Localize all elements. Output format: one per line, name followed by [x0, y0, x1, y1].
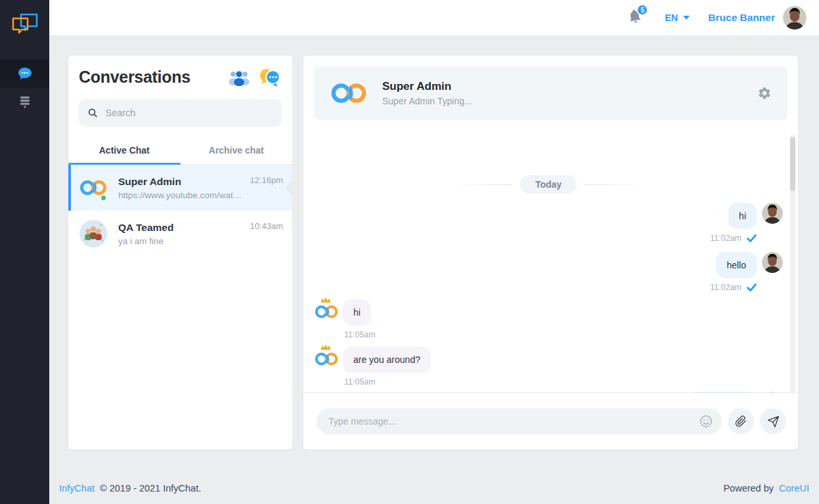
chat-header: Super Admin Super Admin Typing...	[314, 66, 787, 120]
message-time: 11:05am	[344, 330, 376, 339]
top-header: 5 EN Bruce Banner	[49, 0, 819, 36]
chat-name: Super Admin	[118, 176, 244, 188]
language-selector[interactable]: EN	[665, 12, 690, 23]
group-users-icon[interactable]	[227, 69, 251, 86]
tab-active-chat[interactable]: Active Chat	[68, 138, 181, 164]
date-divider-label: Today	[520, 175, 577, 194]
sidebar-nav	[0, 59, 49, 117]
footer-brand-link[interactable]: InfyChat	[59, 483, 95, 494]
infinity-logo-icon	[314, 350, 339, 368]
chat-list: Super Admin https://www.youtube.com/watc…	[68, 165, 292, 257]
read-check-icon	[747, 234, 757, 242]
message-meta: 11:05am	[344, 377, 783, 387]
message-input[interactable]	[317, 408, 722, 434]
my-avatar	[762, 203, 783, 224]
chat-bubble-icon	[17, 66, 33, 81]
footer-powered-by: Powered by	[723, 483, 774, 494]
chat-tabs: Active Chat Archive chat	[68, 138, 292, 165]
message-row: hi	[314, 299, 783, 326]
message-row: hi	[314, 203, 783, 229]
message-row: hello	[314, 252, 783, 278]
chat-partner-avatar	[330, 81, 368, 106]
new-chat-icon[interactable]	[258, 67, 282, 87]
conversations-header: Conversations	[68, 56, 292, 87]
app-footer: InfyChat © 2019 - 2021 InfyChat. Powered…	[49, 472, 819, 504]
conversations-panel: Conversations	[68, 56, 292, 450]
message-meta: 11:02am	[314, 234, 757, 243]
attach-file-button[interactable]	[728, 408, 754, 434]
send-message-button[interactable]	[760, 408, 786, 434]
app-sidebar	[0, 0, 49, 504]
app-logo[interactable]	[0, 0, 49, 45]
chat-time: 10:43am	[250, 221, 283, 231]
message-bubble: hello	[716, 252, 757, 278]
search-box	[79, 99, 282, 127]
message-meta: 11:02am	[314, 283, 757, 292]
team-avatar-icon	[79, 220, 107, 247]
infinity-logo-icon	[314, 303, 339, 320]
infychat-logo-icon	[10, 10, 40, 35]
notifications-button[interactable]: 5	[627, 9, 642, 27]
infinity-logo-icon	[330, 81, 368, 106]
sidebar-item-chats[interactable]	[0, 59, 49, 88]
language-label: EN	[665, 12, 678, 23]
chat-list-item-qa-teamed[interactable]: QA Teamed ya i am fine 10:43am	[68, 211, 292, 257]
chevron-down-icon	[683, 16, 690, 20]
message-input-wrap	[317, 408, 722, 434]
chat-preview: https://www.youtube.com/watc...	[118, 190, 244, 200]
message-time: 11:02am	[710, 234, 742, 243]
user-avatar[interactable]	[783, 6, 807, 30]
avatar-photo	[783, 6, 807, 30]
conversations-actions	[227, 67, 282, 87]
threads-icon	[18, 95, 32, 110]
notification-badge: 5	[636, 4, 648, 16]
message-bubble: are you around?	[343, 346, 431, 373]
chat-preview: ya i am fine	[118, 236, 244, 246]
typing-status: Super Admin Typing...	[382, 96, 757, 106]
chat-panel: Super Admin Super Admin Typing... Today …	[303, 56, 798, 450]
chat-list-item-super-admin[interactable]: Super Admin https://www.youtube.com/watc…	[68, 165, 292, 211]
message-meta: 11:05am	[344, 330, 783, 339]
search-icon	[88, 108, 97, 118]
smiley-icon	[699, 415, 713, 428]
message-bubble: hi	[343, 299, 371, 326]
online-status-dot	[100, 194, 107, 201]
chat-settings-button[interactable]	[757, 86, 772, 100]
send-icon	[767, 415, 780, 428]
selected-chat-arrow	[285, 180, 292, 196]
main-content: Conversations	[49, 36, 819, 472]
read-check-icon	[747, 284, 757, 291]
conversations-title: Conversations	[79, 68, 190, 87]
chat-avatar	[79, 220, 108, 247]
scrollbar-thumb[interactable]	[790, 137, 795, 191]
crown-icon	[321, 296, 331, 304]
sidebar-item-archive[interactable]	[0, 88, 49, 117]
gear-icon	[757, 86, 772, 100]
current-user-name[interactable]: Bruce Banner	[708, 12, 775, 24]
avatar-photo	[762, 203, 783, 224]
message-bubble: hi	[728, 203, 757, 229]
search-input[interactable]	[105, 108, 273, 118]
footer-copyright: © 2019 - 2021 InfyChat.	[100, 483, 201, 494]
message-row: are you around?	[314, 346, 783, 373]
chat-time: 12:16pm	[250, 175, 283, 185]
chat-name: QA Teamed	[118, 222, 244, 234]
emoji-button[interactable]	[699, 415, 713, 428]
chat-partner-name: Super Admin	[382, 80, 757, 93]
avatar-photo	[762, 252, 783, 273]
partner-avatar	[314, 303, 339, 323]
tab-archive-chat[interactable]: Archive chat	[181, 138, 293, 164]
my-avatar	[762, 252, 783, 273]
chat-avatar	[79, 174, 108, 201]
partner-avatar	[314, 350, 339, 370]
message-time: 11:05am	[344, 377, 376, 387]
message-area: Today hi 11:02am hello	[303, 131, 798, 403]
paperclip-icon	[735, 415, 747, 427]
footer-coreui-link[interactable]: CoreUI	[779, 483, 809, 494]
date-divider: Today	[314, 175, 783, 194]
message-time: 11:02am	[710, 283, 742, 292]
message-input-bar	[303, 392, 798, 450]
crown-icon	[321, 343, 331, 351]
